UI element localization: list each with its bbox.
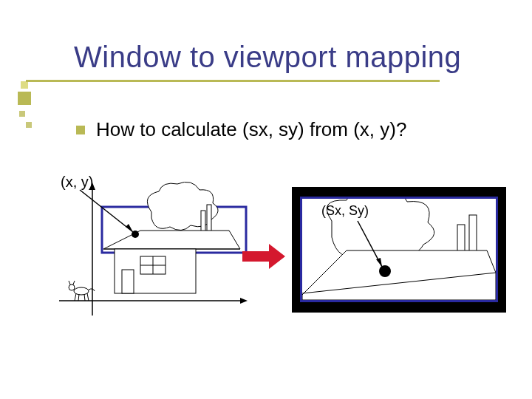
bullet-square-icon — [76, 126, 85, 134]
world-space-diagram — [52, 175, 251, 330]
svg-line-21 — [73, 281, 75, 284]
svg-marker-29 — [302, 250, 496, 300]
svg-marker-3 — [240, 298, 248, 304]
title-underline — [26, 80, 440, 82]
bullet-item: How to calculate (sx, sy) from (x, y)? — [76, 118, 406, 141]
svg-marker-24 — [126, 224, 133, 232]
svg-line-18 — [87, 293, 89, 301]
bullet-text: How to calculate (sx, sy) from (x, y)? — [96, 118, 406, 141]
slide-deco-squares — [18, 81, 35, 185]
slide-title: Window to viewport mapping — [74, 41, 461, 74]
svg-point-19 — [69, 284, 75, 290]
svg-rect-25 — [242, 251, 269, 262]
label-screen-point: (Sx, Sy) — [321, 203, 369, 219]
svg-marker-2 — [89, 183, 95, 190]
svg-line-15 — [75, 293, 76, 301]
svg-marker-7 — [103, 231, 240, 249]
svg-point-31 — [379, 265, 391, 277]
svg-marker-26 — [269, 244, 285, 269]
mapping-arrow-icon — [242, 244, 285, 269]
svg-line-23 — [80, 190, 133, 232]
svg-line-16 — [78, 294, 79, 301]
svg-line-20 — [69, 281, 70, 284]
svg-line-17 — [84, 294, 85, 301]
svg-rect-10 — [122, 270, 134, 293]
